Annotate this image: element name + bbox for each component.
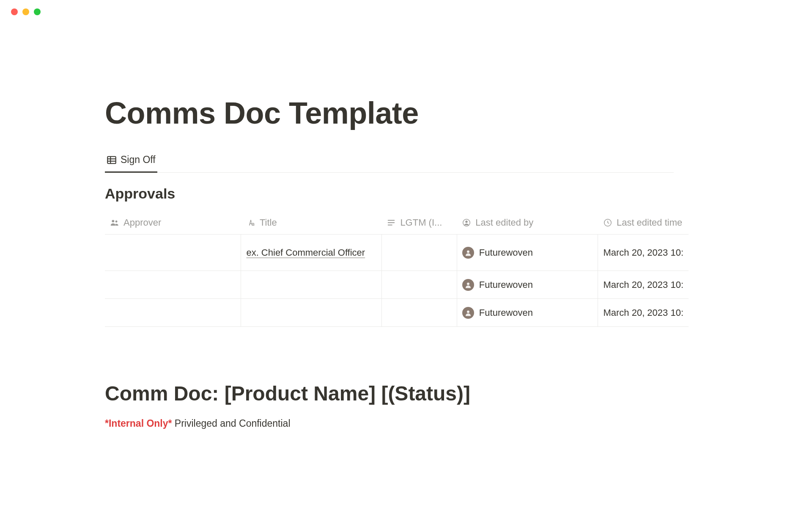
- minimize-window-button[interactable]: [22, 8, 29, 15]
- approvals-table: Approver Title: [105, 213, 689, 327]
- tab-sign-off[interactable]: Sign Off: [105, 154, 157, 173]
- cell-last-edited-by[interactable]: Futurewoven: [457, 235, 598, 271]
- close-window-button[interactable]: [11, 8, 18, 15]
- svg-point-12: [467, 250, 469, 253]
- cell-approver[interactable]: [105, 235, 241, 271]
- person-icon: [462, 218, 471, 227]
- maximize-window-button[interactable]: [34, 8, 41, 15]
- column-header-lgtm[interactable]: LGTM (I...: [381, 213, 457, 235]
- confidential-text: Privileged and Confidential: [172, 418, 290, 429]
- cell-last-edited-time[interactable]: March 20, 2023 10:: [598, 299, 689, 327]
- table-row[interactable]: Futurewoven March 20, 2023 10:: [105, 299, 689, 327]
- tabs-bar: Sign Off: [105, 154, 674, 173]
- cell-last-edited-time[interactable]: March 20, 2023 10:: [598, 235, 689, 271]
- svg-point-14: [467, 310, 469, 313]
- confidential-line[interactable]: *Internal Only* Privileged and Confident…: [105, 418, 812, 429]
- cell-title[interactable]: [241, 299, 381, 327]
- cell-last-edited-by[interactable]: Futurewoven: [457, 271, 598, 299]
- user-name: Futurewoven: [479, 247, 533, 258]
- column-header-approver[interactable]: Approver: [105, 213, 241, 235]
- svg-rect-0: [107, 156, 116, 163]
- lines-icon: [387, 218, 396, 227]
- cell-last-edited-time[interactable]: March 20, 2023 10:: [598, 271, 689, 299]
- window-traffic-lights: [0, 0, 812, 15]
- svg-point-5: [115, 221, 118, 223]
- row-title-link[interactable]: ex. Chief Commercial Officer: [246, 246, 365, 260]
- internal-only-label: *Internal Only*: [105, 418, 172, 429]
- page-content: Comms Doc Template Sign Off Approvals: [0, 15, 812, 429]
- svg-point-10: [466, 221, 468, 223]
- user-name: Futurewoven: [479, 307, 533, 318]
- table-icon: [107, 155, 117, 165]
- doc-heading[interactable]: Comm Doc: [Product Name] [(Status)]: [105, 382, 812, 405]
- page-title[interactable]: Comms Doc Template: [105, 96, 812, 130]
- user-name: Futurewoven: [479, 279, 533, 290]
- avatar: [462, 307, 474, 319]
- avatar: [462, 247, 474, 259]
- table-row[interactable]: ex. Chief Commercial Officer Futurewoven…: [105, 235, 689, 271]
- cell-approver[interactable]: [105, 271, 241, 299]
- cell-title[interactable]: ex. Chief Commercial Officer: [241, 235, 381, 271]
- svg-point-4: [112, 220, 114, 222]
- people-icon: [110, 218, 119, 227]
- clock-icon: [603, 218, 612, 227]
- cell-lgtm[interactable]: [381, 299, 457, 327]
- column-header-last-edited-by[interactable]: Last edited by: [457, 213, 598, 235]
- cell-lgtm[interactable]: [381, 271, 457, 299]
- column-header-title[interactable]: Title: [241, 213, 381, 235]
- cell-last-edited-by[interactable]: Futurewoven: [457, 299, 598, 327]
- approvals-heading[interactable]: Approvals: [105, 185, 812, 202]
- column-header-last-edited-time[interactable]: Last edited time: [598, 213, 689, 235]
- cell-approver[interactable]: [105, 299, 241, 327]
- cell-title[interactable]: [241, 271, 381, 299]
- tab-sign-off-label: Sign Off: [121, 154, 156, 166]
- cell-lgtm[interactable]: [381, 235, 457, 271]
- svg-point-13: [467, 282, 469, 285]
- text-icon: [246, 218, 255, 227]
- avatar: [462, 279, 474, 291]
- table-row[interactable]: Futurewoven March 20, 2023 10:: [105, 271, 689, 299]
